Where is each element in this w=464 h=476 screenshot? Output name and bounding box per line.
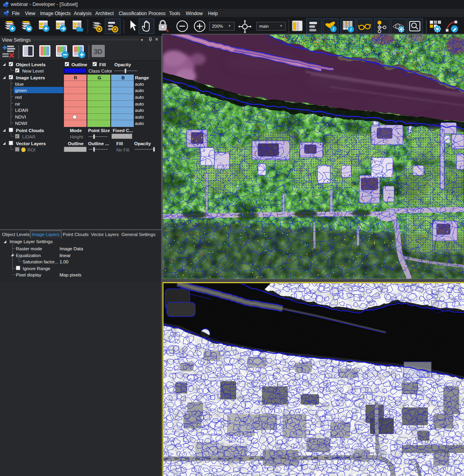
svg-text:3D: 3D bbox=[94, 48, 102, 56]
